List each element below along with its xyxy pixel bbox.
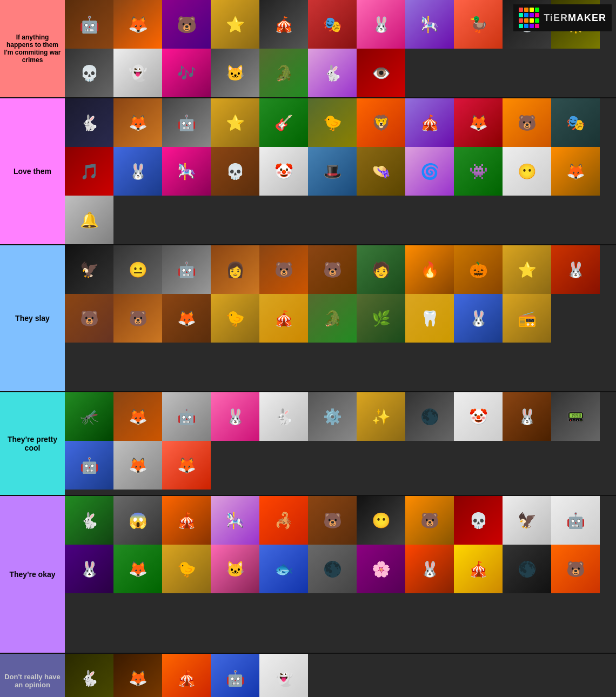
tiermaker-logo: TiERMAKER bbox=[513, 4, 612, 31]
character-cell: ✨ bbox=[357, 392, 405, 441]
character-cell: 🦊 bbox=[162, 294, 211, 343]
tier-text: TiER bbox=[544, 12, 568, 23]
character-cell: 🎪 bbox=[259, 294, 308, 343]
character-cell: 🤡 bbox=[454, 392, 503, 441]
tier-label-okay: They're okay bbox=[0, 496, 65, 653]
character-cell: 🎩 bbox=[308, 147, 357, 196]
character-cell: 🐤 bbox=[308, 98, 357, 147]
character-cell: 🐰 bbox=[405, 545, 454, 593]
tier-label-war-crimes: If anything happens to them I'm commitin… bbox=[0, 0, 65, 97]
tier-content-slay: 🦅 😐 🤖 👩 🐻 🐻 🧑 🔥 🎃 ⭐ 🐰 🐻 🐻 🦊 🐤 🎪 🐊 🌿 🦷 🐰 … bbox=[65, 245, 616, 391]
character-cell: 👻 bbox=[113, 49, 162, 97]
maker-text: MAKER bbox=[568, 12, 606, 23]
character-cell: 🐇 bbox=[65, 98, 113, 147]
character-cell: 🐰 bbox=[551, 245, 600, 294]
tier-content-love: 🐇 🦊 🤖 ⭐ 🎸 🐤 🦁 🎪 🦊 🐻 🎭 🎵 🐰 🎠 💀 🤡 🎩 👒 🌀 👾 … bbox=[65, 98, 616, 244]
character-cell: 🎭 bbox=[308, 0, 357, 49]
character-cell: 🎠 bbox=[211, 496, 259, 545]
character-cell: 🔥 bbox=[405, 245, 454, 294]
character-cell: 🦷 bbox=[405, 294, 454, 343]
character-cell: 🦊 bbox=[113, 545, 162, 593]
character-cell: 🎭 bbox=[551, 98, 600, 147]
character-cell: 👻 bbox=[259, 654, 308, 697]
character-cell: 🐰 bbox=[65, 545, 113, 593]
character-cell: 🐊 bbox=[308, 294, 357, 343]
character-cell: 👾 bbox=[454, 147, 503, 196]
character-cell: 🐰 bbox=[454, 294, 503, 343]
character-cell: 💀 bbox=[211, 147, 259, 196]
tiermaker-grid-icon bbox=[519, 8, 539, 28]
character-cell: 🦅 bbox=[503, 496, 551, 545]
character-cell: 💀 bbox=[65, 49, 113, 97]
character-cell: 🤖 bbox=[162, 98, 211, 147]
character-cell: 🎶 bbox=[162, 49, 211, 97]
character-cell: 🐰 bbox=[211, 392, 259, 441]
character-cell: 😱 bbox=[113, 496, 162, 545]
character-cell: 🐱 bbox=[211, 49, 259, 97]
character-cell: 🐻 bbox=[503, 98, 551, 147]
character-cell: 🐻 bbox=[551, 545, 600, 593]
character-cell: 🦊 bbox=[454, 98, 503, 147]
character-cell: 🦊 bbox=[113, 392, 162, 441]
character-cell: 🎪 bbox=[162, 654, 211, 697]
character-cell: 🦁 bbox=[357, 98, 405, 147]
character-cell: 🤖 bbox=[211, 654, 259, 697]
character-cell: 📟 bbox=[551, 392, 600, 441]
character-cell: 🧑 bbox=[357, 245, 405, 294]
tier-list-container: If anything happens to them I'm commitin… bbox=[0, 0, 616, 697]
character-cell: ⭐ bbox=[211, 98, 259, 147]
character-cell: 🌸 bbox=[357, 545, 405, 593]
character-cell: 🦟 bbox=[65, 392, 113, 441]
character-cell: 🌑 bbox=[308, 545, 357, 593]
character-cell: 🐱 bbox=[211, 545, 259, 593]
tier-content-cool: 🦟 🦊 🤖 🐰 🐇 ⚙️ ✨ 🌑 🤡 🐰 📟 🤖 🦊 🦊 bbox=[65, 392, 616, 495]
tier-label-love: Love them bbox=[0, 98, 65, 244]
character-cell: 🐻 bbox=[308, 245, 357, 294]
character-cell: 👁️ bbox=[357, 49, 405, 97]
character-cell: 🐤 bbox=[162, 545, 211, 593]
character-cell: 🎠 bbox=[405, 0, 454, 49]
character-cell: 🦊 bbox=[113, 98, 162, 147]
character-cell: 🦊 bbox=[162, 441, 211, 490]
character-cell: 🦊 bbox=[551, 147, 600, 196]
character-cell: ⭐ bbox=[503, 245, 551, 294]
character-cell: 🎪 bbox=[259, 0, 308, 49]
tier-row-cool: They're pretty cool 🦟 🦊 🤖 🐰 🐇 ⚙️ ✨ 🌑 🤡 🐰… bbox=[0, 392, 616, 496]
character-cell: 🦊 bbox=[113, 0, 162, 49]
character-cell: 🤡 bbox=[259, 147, 308, 196]
character-cell: 🐰 bbox=[113, 147, 162, 196]
tier-content-war-crimes: TiERMAKER 🤖 🦊 🐻 ⭐ 🎪 🎭 🐰 🎠 🦆 🤡 🌟 💀 👻 🎶 🐱 … bbox=[65, 0, 616, 97]
character-cell: 😐 bbox=[113, 245, 162, 294]
character-cell: 🌑 bbox=[503, 545, 551, 593]
character-cell: 👒 bbox=[357, 147, 405, 196]
tier-content-no-opinion: 🐇 🦊 🎪 🤖 👻 bbox=[65, 654, 616, 697]
character-cell: 📻 bbox=[503, 294, 551, 343]
character-cell: 🎪 bbox=[405, 98, 454, 147]
character-cell: 🎵 bbox=[65, 147, 113, 196]
tier-label-no-opinion: Don't really have an opinion bbox=[0, 654, 65, 697]
character-cell: 🐇 bbox=[259, 392, 308, 441]
character-cell: 🐻 bbox=[113, 294, 162, 343]
character-cell: 🎪 bbox=[162, 496, 211, 545]
character-cell: 🐰 bbox=[503, 392, 551, 441]
character-cell: 😶 bbox=[357, 496, 405, 545]
tier-label-cool: They're pretty cool bbox=[0, 392, 65, 495]
character-cell: 🐻 bbox=[65, 294, 113, 343]
tier-row-no-opinion: Don't really have an opinion 🐇 🦊 🎪 🤖 👻 bbox=[0, 654, 616, 697]
character-cell: 🐻 bbox=[405, 496, 454, 545]
character-cell: ⚙️ bbox=[308, 392, 357, 441]
tier-label-slay: They slay bbox=[0, 245, 65, 391]
character-cell: 👩 bbox=[211, 245, 259, 294]
character-cell: 🐻 bbox=[259, 245, 308, 294]
character-cell: 🐤 bbox=[211, 294, 259, 343]
character-cell: 🐰 bbox=[357, 0, 405, 49]
character-cell: 🔔 bbox=[65, 196, 113, 244]
character-cell: 🎸 bbox=[259, 98, 308, 147]
character-cell: 🦆 bbox=[454, 0, 503, 49]
tier-content-okay: 🐇 😱 🎪 🎠 🦂 🐻 😶 🐻 💀 🦅 🤖 🐰 🦊 🐤 🐱 🐟 🌑 🌸 🐰 🎪 … bbox=[65, 496, 616, 653]
character-cell: 🐊 bbox=[259, 49, 308, 97]
character-cell: 💀 bbox=[454, 496, 503, 545]
character-cell: 🎃 bbox=[454, 245, 503, 294]
character-cell: 🐇 bbox=[65, 654, 113, 697]
character-cell: 🐻 bbox=[308, 496, 357, 545]
